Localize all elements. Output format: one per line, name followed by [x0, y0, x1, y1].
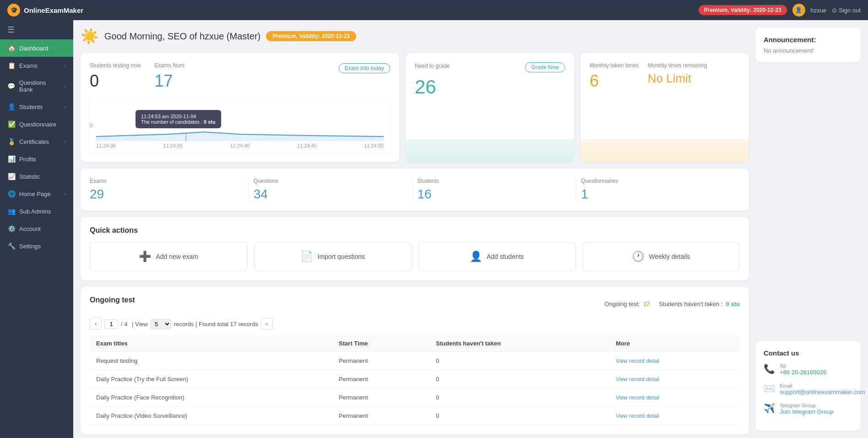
weekly-details-label: Weekly details — [649, 253, 690, 260]
questions-count-item: Questions 34 — [249, 178, 413, 202]
cell-start-time-3: Permanent — [332, 407, 429, 425]
sidebar-item-statistic[interactable]: 📈 Statistic — [0, 168, 73, 185]
view-record-link-0[interactable]: View record detail — [616, 358, 659, 364]
sidebar-item-dashboard[interactable]: 🏠 Dashboard — [0, 39, 73, 57]
action-add-exam-button[interactable]: ➕ Add new exam — [90, 242, 248, 271]
app-name: OnlineExamMaker — [24, 6, 83, 14]
exam-info-today-button[interactable]: Exam info today — [339, 63, 390, 73]
students-exams-card: Students testing now 0 Exams Num 17 Exam… — [81, 53, 399, 162]
username-label: hzxue — [811, 7, 827, 14]
telegram-label: Telegram Group — [780, 403, 834, 408]
sidebar-icon-account: ⚙️ — [7, 225, 16, 232]
prev-page-button[interactable]: ‹ — [90, 318, 102, 330]
add-students-icon: 👤 — [470, 251, 482, 263]
chart-svg — [96, 104, 384, 141]
xaxis-label-1: 11:24:35 — [163, 143, 183, 148]
ongoing-label: Ongoing test: 17 — [604, 301, 650, 307]
next-page-button[interactable]: › — [261, 318, 273, 330]
greeting-text: Good Morning, SEO of hzxue (Master) — [104, 31, 260, 42]
grade-wave — [406, 139, 574, 162]
sidebar-label-dashboard: Dashboard — [19, 45, 49, 52]
top-stats-row: Students testing now 0 Exams Num 17 Exam… — [81, 53, 749, 162]
sun-icon: ☀️ — [81, 27, 99, 45]
actions-row: ➕ Add new exam 📄 Import questions 👤 Add … — [90, 242, 740, 271]
sidebar-label-questions-bank: Questions Bank — [19, 79, 61, 93]
per-page-select[interactable]: 5 10 20 — [151, 319, 171, 329]
col-start-time: Start Time — [332, 335, 429, 352]
sidebar-item-home-page[interactable]: 🌐 Home Page › — [0, 185, 73, 203]
action-import-questions-button[interactable]: 📄 Import questions — [254, 242, 412, 271]
view-record-link-2[interactable]: View record detail — [616, 394, 659, 401]
not-taken-value: 0 stu — [726, 301, 740, 307]
col-more: More — [609, 335, 740, 352]
page-input[interactable] — [104, 319, 118, 329]
sidebar-icon-sub-admins: 👥 — [7, 208, 16, 215]
pagination: ‹ / 4 | View 5 10 20 records | Found tot… — [90, 318, 740, 330]
table-header-row: Exam titles Start Time Students haven't … — [90, 335, 740, 352]
table-body: Request testing Permanent 0 View record … — [90, 352, 740, 425]
sidebar-item-questions-bank[interactable]: 💬 Questions Bank › — [0, 74, 73, 98]
topbar: 🎓 OnlineExamMaker Premium, Validity: 202… — [0, 0, 868, 20]
logo: 🎓 OnlineExamMaker — [7, 4, 83, 16]
cell-not-taken-2: 0 — [429, 389, 609, 407]
cell-title-0: Request testing — [90, 352, 332, 370]
contact-tel-info: Tel +86 20-28165026 — [780, 363, 826, 376]
sidebar-label-exams: Exams — [19, 62, 38, 69]
cell-start-time-1: Permanent — [332, 370, 429, 389]
sidebar-arrow-questions-bank: › — [65, 84, 66, 89]
signout-button[interactable]: ⊙ Sign out — [832, 7, 861, 14]
sidebar-item-profits[interactable]: 📊 Profits — [0, 150, 73, 168]
cell-title-2: Daily Practice (Face Recognition) — [90, 389, 332, 407]
import-questions-label: Import questions — [318, 253, 365, 260]
exams-num-label: Exams Num — [154, 62, 184, 69]
announcement-card: Announcement: No announcement! — [755, 27, 861, 62]
view-record-link-3[interactable]: View record detail — [616, 413, 659, 419]
questionnaires-count-value: 1 — [581, 187, 735, 202]
sidebar-item-account[interactable]: ⚙️ Account — [0, 220, 73, 237]
grade-now-button[interactable]: Grade Now — [525, 62, 565, 72]
email-icon: ✉️ — [764, 383, 775, 394]
topbar-right: Premium, Validity: 2020-12-23 👤 hzxue ⊙ … — [699, 4, 861, 16]
import-questions-icon: 📄 — [301, 251, 313, 263]
students-count-label: Students — [418, 178, 572, 184]
contact-telegram-info: Telegram Group Join telegram Group — [780, 403, 834, 415]
monthly-taken-label: Monthly taken times — [590, 62, 639, 69]
col-not-taken: Students haven't taken — [429, 335, 609, 352]
contact-email-item: ✉️ Email support@onlineexammaker.com — [764, 383, 852, 395]
sidebar-item-sub-admins[interactable]: 👥 Sub Admins — [0, 203, 73, 220]
col-title: Exam titles — [90, 335, 332, 352]
hamburger-icon[interactable]: ☰ — [0, 20, 73, 39]
sidebar-label-students: Students — [19, 104, 43, 110]
questionnaires-count-label: Questionnaires — [581, 178, 735, 184]
action-weekly-details-button[interactable]: 🕐 Weekly details — [582, 242, 740, 271]
grade-label: Need to grade — [415, 63, 450, 69]
sidebar-icon-exams: 📋 — [7, 62, 16, 69]
sidebar-item-exams[interactable]: 📋 Exams › — [0, 57, 73, 74]
contact-telegram-item: ✈️ Telegram Group Join telegram Group — [764, 403, 852, 415]
view-label: | View — [130, 321, 148, 328]
cell-not-taken-3: 0 — [429, 407, 609, 425]
sidebar-label-certificates: Certificates — [19, 138, 49, 145]
students-testing-label: Students testing now — [90, 62, 141, 69]
contact-card: Contact us 📞 Tel +86 20-28165026 ✉️ Emai… — [755, 341, 861, 431]
sidebar-icon-certificates: 🏅 — [7, 138, 16, 145]
not-taken-label: Students haven't taken : 0 stu — [659, 301, 740, 307]
grade-value: 26 — [415, 76, 565, 98]
tel-value: +86 20-28165026 — [780, 369, 826, 376]
sidebar-item-settings[interactable]: 🔧 Settings — [0, 237, 73, 255]
xaxis-label-4: 11:24:50 — [364, 143, 384, 148]
contact-email-info: Email support@onlineexammaker.com — [780, 383, 865, 395]
exams-count-value: 29 — [90, 187, 244, 202]
sidebar-arrow-exams: › — [65, 63, 66, 68]
monthly-remaining-block: Monthly times remaining No Limit — [648, 62, 707, 91]
greeting-bar: ☀️ Good Morning, SEO of hzxue (Master) P… — [81, 27, 749, 45]
cell-more-0: View record detail — [609, 352, 740, 370]
ongoing-card: Ongoing test Ongoing test: 17 Students h… — [81, 287, 749, 434]
telegram-value[interactable]: Join telegram Group — [780, 408, 834, 415]
action-add-students-button[interactable]: 👤 Add students — [418, 242, 576, 271]
sidebar-item-questionnaire[interactable]: ✅ Questionnaire — [0, 115, 73, 133]
sidebar-item-students[interactable]: 👤 Students › — [0, 98, 73, 115]
ongoing-table: Exam titles Start Time Students haven't … — [90, 335, 740, 425]
view-record-link-1[interactable]: View record detail — [616, 376, 659, 383]
sidebar-item-certificates[interactable]: 🏅 Certificates › — [0, 133, 73, 150]
